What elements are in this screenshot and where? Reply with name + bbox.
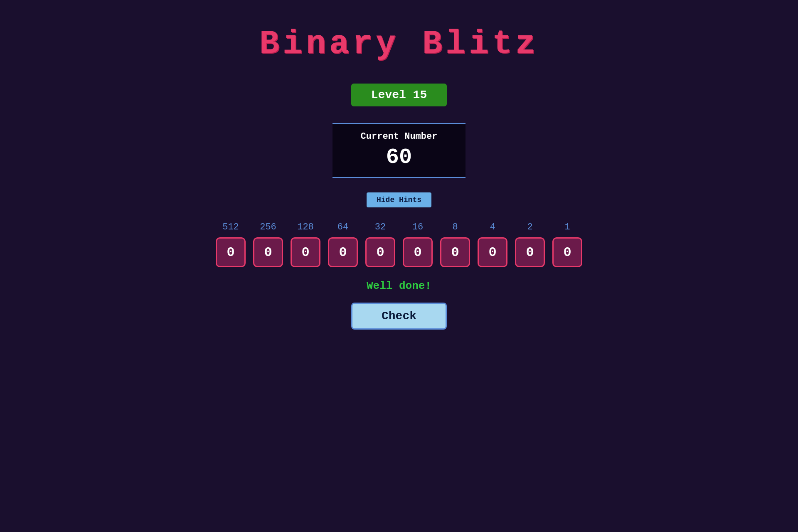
bit-card-6[interactable]: 0 [440, 237, 470, 267]
hint-label-4: 4 [478, 222, 507, 232]
bit-card-0[interactable]: 0 [216, 237, 246, 267]
bit-value-6: 0 [451, 245, 459, 260]
bit-card-5[interactable]: 0 [403, 237, 433, 267]
bits-row[interactable]: 0000000000 [216, 237, 582, 267]
bit-value-1: 0 [264, 245, 272, 260]
bit-card-7[interactable]: 0 [478, 237, 507, 267]
bit-card-9[interactable]: 0 [552, 237, 582, 267]
bit-value-7: 0 [488, 245, 496, 260]
hint-label-512: 512 [216, 222, 246, 232]
bit-card-1[interactable]: 0 [253, 237, 283, 267]
bit-value-3: 0 [339, 245, 347, 260]
bit-value-5: 0 [414, 245, 421, 260]
well-done-text: Well done! [367, 280, 431, 292]
bit-card-4[interactable]: 0 [365, 237, 395, 267]
bit-value-0: 0 [227, 245, 234, 260]
bit-card-8[interactable]: 0 [515, 237, 545, 267]
bit-value-4: 0 [376, 245, 384, 260]
bit-value-2: 0 [301, 245, 309, 260]
bit-value-8: 0 [526, 245, 534, 260]
hint-label-1: 1 [552, 222, 582, 232]
check-button[interactable]: Check [351, 303, 447, 330]
hint-label-128: 128 [291, 222, 320, 232]
number-value: 60 [332, 145, 466, 170]
hint-label-2: 2 [515, 222, 545, 232]
hint-label-64: 64 [328, 222, 358, 232]
hint-label-256: 256 [253, 222, 283, 232]
number-label: Current Number [332, 131, 466, 142]
hide-hints-button[interactable]: Hide Hints [367, 192, 431, 207]
game-title: Binary Blitz [259, 25, 539, 63]
bit-value-9: 0 [563, 245, 571, 260]
hint-label-32: 32 [365, 222, 395, 232]
bit-card-2[interactable]: 0 [291, 237, 320, 267]
hint-label-16: 16 [403, 222, 433, 232]
hint-label-8: 8 [440, 222, 470, 232]
bit-card-3[interactable]: 0 [328, 237, 358, 267]
level-badge[interactable]: Level 15 [351, 84, 447, 106]
hints-row: 5122561286432168421 [216, 222, 582, 232]
number-display: Current Number 60 [332, 123, 466, 178]
